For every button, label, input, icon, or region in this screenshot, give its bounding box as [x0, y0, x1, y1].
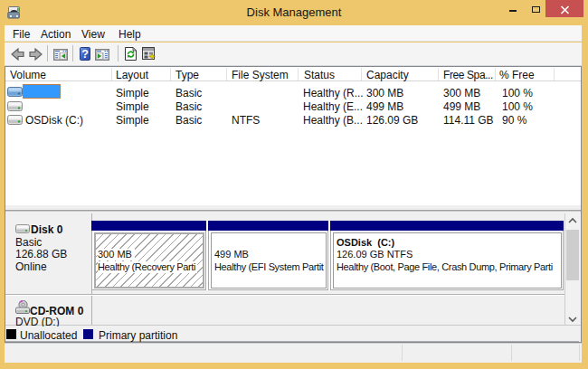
svg-text:?: ?	[81, 48, 89, 61]
